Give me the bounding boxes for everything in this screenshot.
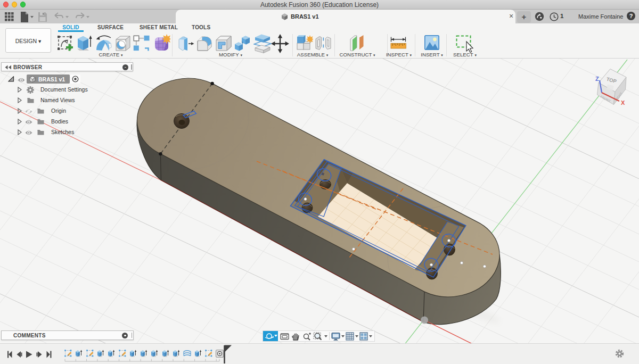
svg-text:X: X xyxy=(621,100,625,106)
svg-text:Z: Z xyxy=(595,76,599,82)
